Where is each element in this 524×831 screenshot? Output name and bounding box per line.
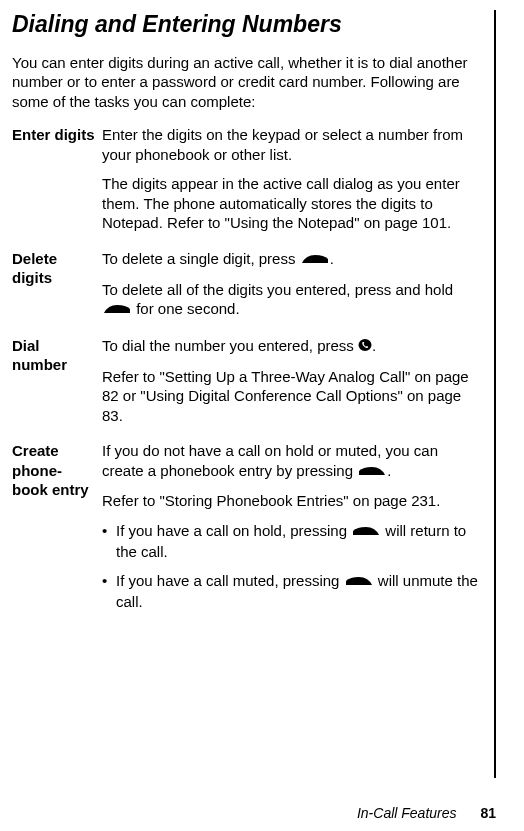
intro-paragraph: You can enter digits during an active ca… <box>12 53 478 112</box>
dial-p2: Refer to "Setting Up a Three-Way Analog … <box>102 367 478 426</box>
enter-p2: The digits appear in the active call dia… <box>102 174 478 233</box>
row-delete-digits: Delete digits To delete a single digit, … <box>12 249 478 330</box>
label-enter-digits: Enter digits <box>12 125 102 243</box>
page-footer: In-Call Features 81 <box>357 805 496 821</box>
svg-point-0 <box>358 339 371 351</box>
row-dial-number: Dial number To dial the number you enter… <box>12 336 478 435</box>
page-heading: Dialing and Entering Numbers <box>12 10 478 39</box>
create-p2: Refer to "Storing Phonebook Entries" on … <box>102 491 478 511</box>
label-delete-digits: Delete digits <box>12 249 102 330</box>
create-bullet-2: If you have a call muted, pressing will … <box>102 571 478 611</box>
label-create-entry: Create phone-book entry <box>12 441 102 621</box>
footer-page-number: 81 <box>480 805 496 821</box>
softkey-left-icon <box>102 300 132 320</box>
softkey-left-icon <box>300 250 330 270</box>
footer-section: In-Call Features <box>357 805 457 821</box>
create-bullet-1: If you have a call on hold, pressing wil… <box>102 521 478 561</box>
row-create-entry: Create phone-book entry If you do not ha… <box>12 441 478 621</box>
softkey-right-icon <box>351 522 381 542</box>
row-enter-digits: Enter digits Enter the digits on the key… <box>12 125 478 243</box>
label-dial-number: Dial number <box>12 336 102 435</box>
create-p1: If you do not have a call on hold or mut… <box>102 441 478 481</box>
dial-p1: To dial the number you entered, press . <box>102 336 478 357</box>
softkey-right-icon <box>357 462 387 482</box>
softkey-right-icon <box>344 572 374 592</box>
enter-p1: Enter the digits on the keypad or select… <box>102 125 478 164</box>
send-key-icon <box>358 337 372 357</box>
delete-p2: To delete all of the digits you entered,… <box>102 280 478 320</box>
delete-p1: To delete a single digit, press . <box>102 249 478 270</box>
